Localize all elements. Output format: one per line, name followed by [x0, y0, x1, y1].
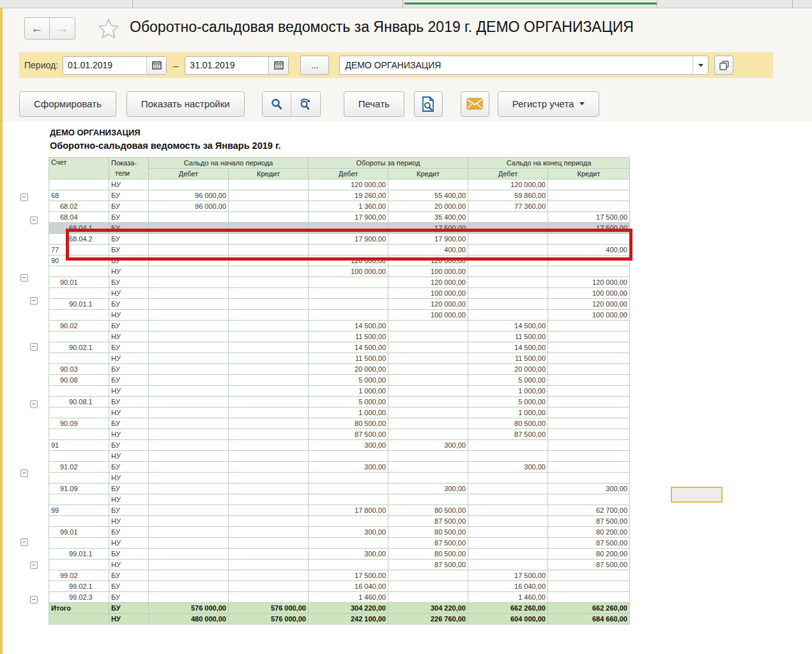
cell-account[interactable]: 68.02 [49, 201, 109, 212]
cell-amount[interactable] [468, 234, 548, 245]
cell-amount[interactable] [468, 440, 548, 451]
cell-amount[interactable]: 5 000,00 [309, 375, 388, 386]
cell-amount[interactable]: 1 000,00 [468, 386, 548, 397]
cell-amount[interactable] [388, 321, 468, 331]
cell-amount[interactable] [229, 255, 309, 266]
cell-amount[interactable] [388, 331, 468, 342]
cell-amount[interactable] [149, 570, 229, 581]
cell-indicator[interactable]: БУ [109, 418, 149, 429]
cell-amount[interactable] [468, 212, 548, 223]
period-from-input[interactable] [63, 60, 146, 70]
cell-amount[interactable] [309, 223, 388, 234]
cell-amount[interactable]: 300,00 [309, 549, 388, 559]
cell-account[interactable]: 91.09 [49, 483, 109, 494]
cell-amount[interactable] [229, 538, 309, 549]
cell-amount[interactable] [149, 494, 229, 505]
tree-collapse-icon[interactable]: − [20, 538, 28, 546]
cell-amount[interactable] [149, 559, 229, 570]
cell-amount[interactable] [149, 483, 229, 494]
register-menu-button[interactable]: Регистр учета [498, 91, 600, 117]
cell-amount[interactable] [229, 516, 309, 527]
cell-amount[interactable] [468, 255, 548, 266]
selected-cell-highlight[interactable] [671, 487, 723, 503]
cell-amount[interactable] [309, 310, 388, 321]
cell-amount[interactable] [309, 451, 388, 462]
cell-amount[interactable] [229, 418, 309, 429]
cell-account[interactable]: Итого [49, 603, 109, 614]
cell-amount[interactable]: 576 000,00 [149, 603, 229, 614]
cell-account[interactable]: 99.02.3 [49, 592, 109, 603]
cell-account[interactable]: 90.02.1 [49, 342, 109, 353]
cell-amount[interactable]: 80 200,00 [548, 549, 630, 559]
cell-amount[interactable]: 120 000,00 [309, 179, 388, 190]
cell-amount[interactable]: 35 400,00 [388, 212, 468, 223]
tree-collapse-icon[interactable]: − [30, 596, 38, 604]
cell-amount[interactable]: 1 000,00 [309, 407, 388, 418]
cell-amount[interactable] [468, 310, 548, 321]
cell-amount[interactable] [388, 429, 468, 440]
cell-amount[interactable] [229, 429, 309, 440]
cell-amount[interactable] [149, 342, 229, 353]
table-row[interactable]: 90.02.1БУ14 500,0014 500,00 [49, 342, 630, 353]
table-row[interactable]: 90.08БУ5 000,005 000,00 [49, 375, 630, 386]
cell-amount[interactable] [468, 277, 548, 288]
cell-indicator[interactable]: НУ [109, 429, 149, 440]
cell-amount[interactable] [229, 473, 309, 483]
table-row[interactable]: НУ11 500,0011 500,00 [49, 331, 630, 342]
cell-amount[interactable] [229, 245, 309, 255]
cell-amount[interactable] [149, 179, 229, 190]
table-row[interactable]: НУ [49, 494, 630, 505]
cell-amount[interactable]: 87 500,00 [388, 516, 468, 527]
cell-amount[interactable]: 120 000,00 [388, 299, 468, 310]
send-mail-button[interactable] [461, 91, 489, 117]
cell-amount[interactable]: 17 500,00 [468, 570, 548, 581]
cell-amount[interactable]: 87 500,00 [309, 429, 388, 440]
cell-account[interactable] [49, 473, 109, 483]
cell-amount[interactable]: 100 000,00 [388, 266, 468, 277]
table-row[interactable]: НУ [49, 473, 630, 483]
table-row[interactable]: НУ1 000,001 000,00 [49, 407, 630, 418]
cell-amount[interactable]: 684 660,00 [548, 614, 630, 625]
cell-amount[interactable]: 14 500,00 [468, 342, 548, 353]
cell-amount[interactable] [229, 223, 309, 234]
table-row[interactable]: НУ87 500,0087 500,00 [49, 538, 630, 549]
calendar-button[interactable] [146, 57, 166, 74]
cell-amount[interactable] [229, 212, 309, 223]
cell-amount[interactable] [388, 375, 468, 386]
cell-amount[interactable] [149, 277, 229, 288]
cell-indicator[interactable]: НУ [109, 614, 149, 625]
cell-amount[interactable] [388, 364, 468, 375]
cell-indicator[interactable]: БУ [109, 234, 149, 245]
cell-indicator[interactable]: БУ [109, 581, 149, 592]
cell-amount[interactable] [388, 179, 468, 190]
cell-amount[interactable] [149, 407, 229, 418]
organization-open-button[interactable] [714, 56, 733, 75]
cell-amount[interactable]: 17 900,00 [388, 234, 468, 245]
cell-account[interactable]: 99.02 [49, 570, 109, 581]
cell-amount[interactable] [548, 570, 630, 581]
cell-amount[interactable] [548, 342, 630, 353]
cell-indicator[interactable]: БУ [109, 212, 149, 223]
cell-amount[interactable]: 20 000,00 [388, 201, 468, 212]
cell-amount[interactable] [468, 299, 548, 310]
cell-amount[interactable]: 87 500,00 [388, 559, 468, 570]
cell-amount[interactable]: 242 100,00 [309, 614, 388, 625]
cell-indicator[interactable]: НУ [109, 451, 149, 462]
cell-account[interactable]: 68 [49, 190, 109, 201]
cell-account[interactable] [49, 538, 109, 549]
cell-amount[interactable]: 14 500,00 [309, 342, 388, 353]
cell-indicator[interactable]: БУ [109, 603, 149, 614]
cell-amount[interactable] [548, 386, 630, 397]
cell-amount[interactable] [468, 494, 548, 505]
cell-amount[interactable] [468, 473, 548, 483]
generate-button[interactable]: Сформировать [19, 91, 116, 117]
cell-amount[interactable] [548, 418, 630, 429]
cell-account[interactable]: 68.04.1 [49, 223, 109, 234]
cell-amount[interactable] [149, 353, 229, 364]
cell-amount[interactable] [229, 364, 309, 375]
cell-amount[interactable] [388, 407, 468, 418]
cell-amount[interactable] [149, 234, 229, 245]
cell-account[interactable]: 90.01.1 [49, 299, 109, 310]
table-row[interactable]: НУ120 000,00120 000,00 [49, 179, 630, 190]
cell-amount[interactable]: 120 000,00 [468, 179, 548, 190]
